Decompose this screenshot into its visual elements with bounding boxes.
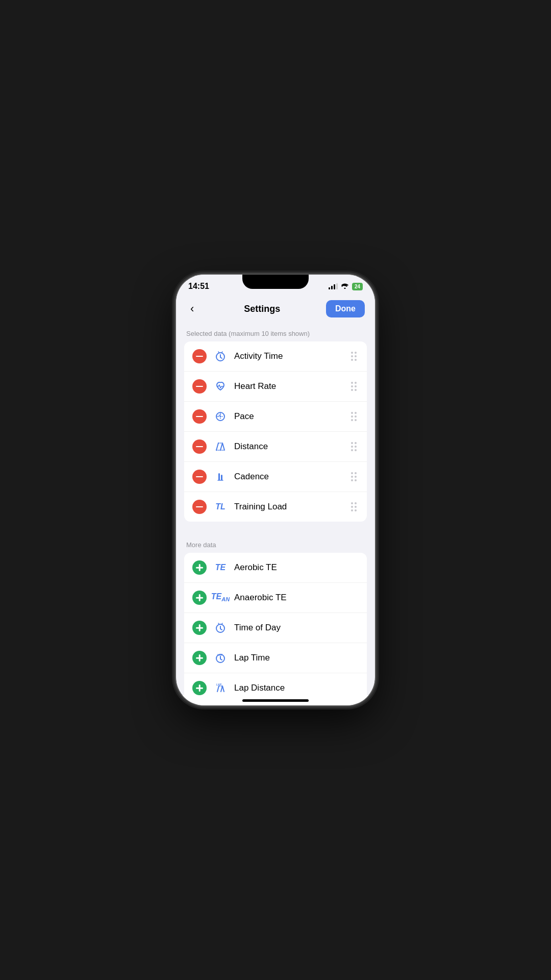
plus-icon [196,624,203,631]
list-item: Cadence [184,462,367,492]
time-of-day-icon [213,620,228,635]
tl-text-icon: TL [215,503,226,511]
training-load-icon: TL [213,499,228,514]
home-indicator [176,695,375,705]
svg-rect-4 [221,475,222,480]
remove-activity-time-button[interactable] [192,349,207,363]
heart-rate-label: Heart Rate [234,381,343,391]
list-item: TE Aerobic TE [184,553,367,583]
activity-time-label: Activity Time [234,351,343,361]
list-item: TL Training Load [184,492,367,522]
activity-time-icon [213,349,228,364]
aerobic-te-label: Aerobic TE [234,562,359,573]
add-aerobic-te-button[interactable] [192,560,207,575]
wifi-icon [341,283,349,290]
drag-handle[interactable] [349,440,359,453]
distance-icon [213,439,228,454]
pace-icon [213,409,228,424]
remove-heart-rate-button[interactable] [192,379,207,394]
drag-handle[interactable] [349,470,359,483]
lap-time-label: Lap Time [234,653,359,663]
list-item: Pace [184,402,367,432]
list-item: LAP Lap Distance [184,673,367,695]
back-button[interactable]: ‹ [186,300,198,317]
page-title: Settings [244,304,280,314]
anaerobic-te-icon: TEAN [213,590,228,605]
add-anaerobic-te-button[interactable] [192,591,207,605]
more-items-list: TE Aerobic TE TEAN Anaerobic TE [184,553,367,695]
lap-distance-label: Lap Distance [234,683,359,693]
cadence-icon [213,469,228,484]
phone-screen: 14:51 24 ‹ Settings Done [176,275,375,705]
content-scroll[interactable]: Selected data (maximum 10 items shown) A… [176,323,375,695]
drag-handle[interactable] [349,350,359,363]
drag-handle[interactable] [349,410,359,423]
add-time-of-day-button[interactable] [192,621,207,635]
plus-icon [196,564,203,571]
phone-frame: 14:51 24 ‹ Settings Done [176,275,375,705]
add-lap-distance-button[interactable] [192,681,207,695]
notch [242,275,309,289]
drag-handle[interactable] [349,380,359,393]
lap-distance-icon: LAP [213,680,228,695]
te-an-text-icon: TEAN [211,593,230,602]
lap-time-icon: LAP [213,650,228,666]
status-time: 14:51 [188,282,209,291]
done-button[interactable]: Done [326,300,365,317]
status-icons: 24 [329,283,363,290]
remove-pace-button[interactable] [192,409,207,424]
remove-cadence-button[interactable] [192,470,207,484]
more-section-header: More data [176,534,375,553]
drag-handle[interactable] [349,500,359,513]
svg-text:LAP: LAP [216,683,222,686]
list-item: TEAN Anaerobic TE [184,583,367,613]
signal-icon [329,283,338,289]
svg-text:LAP: LAP [217,653,223,656]
selected-items-list: Activity Time [184,341,367,522]
cadence-label: Cadence [234,472,343,482]
list-item: Distance [184,432,367,462]
selected-section-header: Selected data (maximum 10 items shown) [176,323,375,341]
te-text-icon: TE [215,564,226,572]
list-item: Time of Day [184,613,367,643]
add-lap-time-button[interactable] [192,651,207,665]
plus-icon [196,594,203,601]
battery-icon: 24 [352,283,363,290]
remove-training-load-button[interactable] [192,500,207,514]
plus-icon [196,654,203,662]
distance-label: Distance [234,442,343,452]
list-item: Heart Rate [184,372,367,402]
list-item: Activity Time [184,341,367,372]
remove-distance-button[interactable] [192,439,207,454]
heart-rate-icon [213,379,228,394]
svg-rect-3 [218,473,220,480]
time-of-day-label: Time of Day [234,623,359,633]
anaerobic-te-label: Anaerobic TE [234,593,359,603]
aerobic-te-icon: TE [213,560,228,575]
training-load-label: Training Load [234,502,343,512]
list-item: LAP Lap Time [184,643,367,673]
plus-icon [196,684,203,692]
pace-label: Pace [234,411,343,422]
home-bar [242,699,309,702]
nav-bar: ‹ Settings Done [176,295,375,323]
